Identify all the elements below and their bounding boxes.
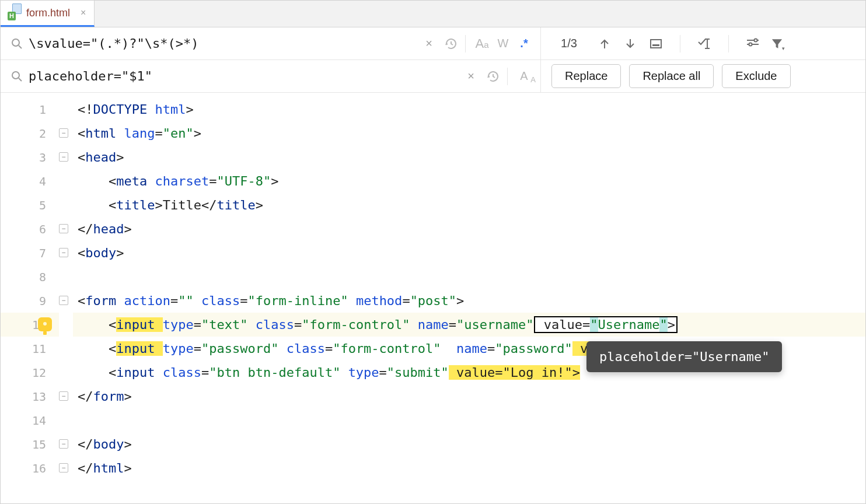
clear-replace-icon[interactable]: × xyxy=(457,69,485,83)
fold-toggle[interactable] xyxy=(59,224,68,233)
line-number: 6 xyxy=(1,217,59,241)
svg-point-16 xyxy=(43,322,47,326)
svg-rect-7 xyxy=(705,38,710,40)
code-line[interactable]: <html lang="en"> xyxy=(73,121,865,145)
code-line[interactable]: <title>Title</title> xyxy=(73,193,865,217)
fold-toggle[interactable] xyxy=(59,248,68,257)
line-number: 8 xyxy=(1,265,59,289)
match-count: 1/3 xyxy=(551,37,586,50)
code-line[interactable]: </body> xyxy=(73,432,865,456)
replace-button[interactable]: Replace xyxy=(551,64,621,88)
code-line[interactable]: <form action="" class="form-inline" meth… xyxy=(73,289,865,313)
svg-line-15 xyxy=(19,78,22,81)
close-tab-icon[interactable]: × xyxy=(81,8,86,18)
find-input[interactable] xyxy=(29,36,415,51)
line-number: 5 xyxy=(1,193,59,217)
replace-all-button[interactable]: Replace all xyxy=(629,64,714,88)
line-number: 7 xyxy=(1,241,59,265)
exclude-button[interactable]: Exclude xyxy=(722,64,790,88)
line-number: 3 xyxy=(1,145,59,169)
fold-column xyxy=(59,93,73,503)
svg-rect-8 xyxy=(705,48,710,49)
code-line[interactable] xyxy=(73,408,865,432)
fold-toggle[interactable] xyxy=(59,296,68,305)
svg-point-14 xyxy=(12,72,19,79)
code-line[interactable] xyxy=(73,265,865,289)
svg-rect-4 xyxy=(651,40,661,48)
code-area[interactable]: <!DOCTYPE html><html lang="en"><head> <m… xyxy=(73,93,865,503)
svg-rect-5 xyxy=(652,44,659,46)
fold-toggle[interactable] xyxy=(59,463,68,473)
history-icon[interactable] xyxy=(443,37,459,51)
fold-toggle[interactable] xyxy=(59,128,68,138)
code-line[interactable]: </head> xyxy=(73,217,865,241)
line-number: 9 xyxy=(1,289,59,313)
line-number: 15 xyxy=(1,432,59,456)
svg-line-1 xyxy=(19,46,22,48)
svg-rect-6 xyxy=(707,38,708,49)
clear-find-icon[interactable]: × xyxy=(415,37,443,50)
next-match-icon[interactable] xyxy=(623,36,638,51)
intention-bulb-icon[interactable] xyxy=(38,317,52,331)
tab-bar: H form.html × xyxy=(1,1,865,27)
gutter: 12345678910111213141516 xyxy=(1,93,59,503)
replace-input[interactable] xyxy=(29,69,457,83)
filter-icon[interactable]: ▾ xyxy=(771,36,786,51)
code-line[interactable]: <meta charset="UTF-8"> xyxy=(73,169,865,193)
code-line[interactable]: </html> xyxy=(73,456,865,480)
preserve-case-toggle[interactable]: AA xyxy=(514,69,535,83)
select-all-icon[interactable] xyxy=(648,36,664,51)
fold-toggle[interactable] xyxy=(59,391,68,401)
fold-toggle[interactable] xyxy=(59,152,68,162)
whole-word-toggle[interactable]: W xyxy=(493,37,514,50)
add-selection-icon[interactable] xyxy=(697,36,712,51)
replace-history-icon[interactable] xyxy=(485,69,501,83)
line-number: 14 xyxy=(1,408,59,432)
line-number: 2 xyxy=(1,121,59,145)
code-line[interactable]: <head> xyxy=(73,145,865,169)
replace-search-icon xyxy=(11,71,23,82)
replace-bar: × AA Replace Replace all Exclude xyxy=(1,60,865,93)
prev-match-icon[interactable] xyxy=(597,36,612,51)
line-number: 12 xyxy=(1,360,59,384)
svg-point-0 xyxy=(12,39,19,46)
line-number: 11 xyxy=(1,337,59,360)
fold-toggle[interactable] xyxy=(59,439,68,449)
svg-point-10 xyxy=(754,38,757,41)
code-line[interactable]: <!DOCTYPE html> xyxy=(73,97,865,121)
find-bar: × Aa W .* 1/3 xyxy=(1,27,865,60)
line-number: 16 xyxy=(1,456,59,480)
svg-point-12 xyxy=(749,43,752,46)
regex-toggle[interactable]: .* xyxy=(514,37,535,50)
html-file-icon: H xyxy=(9,6,22,19)
match-case-toggle[interactable]: Aa xyxy=(472,36,493,51)
line-number: 1 xyxy=(1,97,59,121)
search-icon xyxy=(11,38,23,50)
code-line[interactable]: <input type="text" class="form-control" … xyxy=(73,313,865,337)
replace-preview-tooltip: placeholder="Username" xyxy=(586,341,782,372)
code-line[interactable]: </form> xyxy=(73,384,865,408)
line-number: 13 xyxy=(1,384,59,408)
code-line[interactable]: <body> xyxy=(73,241,865,265)
editor[interactable]: 12345678910111213141516 <!DOCTYPE html><… xyxy=(1,93,865,503)
filter-options-icon[interactable] xyxy=(745,36,760,51)
line-number: 4 xyxy=(1,169,59,193)
editor-tab[interactable]: H form.html × xyxy=(1,1,95,27)
svg-marker-13 xyxy=(772,39,782,48)
tab-filename: form.html xyxy=(26,7,70,19)
